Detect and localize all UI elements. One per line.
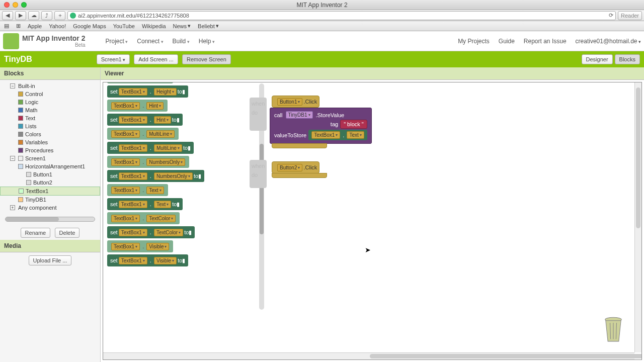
add-screen-button[interactable]: Add Screen ...: [134, 54, 178, 64]
tree-textbox1[interactable]: TextBox1: [0, 187, 100, 196]
set-multiline-block[interactable]: set TextBox1.MultiLine to ▮: [107, 142, 194, 154]
project-bar: TinyDB Screen1 Add Screen ... Remove Scr…: [0, 51, 644, 67]
forward-button[interactable]: ▶: [15, 11, 26, 20]
tree-button1[interactable]: Button1: [0, 170, 100, 178]
get-height-block[interactable]: TextBox1.Height: [107, 82, 173, 83]
bookmark-youtube[interactable]: YouTube: [113, 23, 135, 29]
window-titlebar: MIT App Inventor 2: [0, 0, 644, 10]
grid-icon[interactable]: ⊞: [16, 23, 21, 29]
app-header: MIT App Inventor 2 Beta Project Connect …: [0, 31, 644, 51]
get-textcolor-block[interactable]: TextBox1.TextColor: [107, 212, 180, 224]
bookmark-gmaps[interactable]: Google Maps: [73, 23, 106, 29]
blocks-button[interactable]: Blocks: [615, 54, 640, 64]
when-hint: when do: [250, 98, 267, 131]
app-brand: MIT App Inventor 2: [22, 34, 85, 42]
sidebar-scroll[interactable]: [5, 217, 95, 222]
tree-cat-text[interactable]: Text: [0, 114, 100, 122]
canvas-vscroll[interactable]: [634, 82, 641, 352]
bookmark-yahoo[interactable]: Yahoo!: [49, 23, 66, 29]
remove-screen-button[interactable]: Remove Screen: [182, 54, 231, 64]
project-name: TinyDB: [4, 55, 32, 64]
menu-project[interactable]: Project: [105, 38, 128, 45]
set-visible-block[interactable]: set TextBox1.Visible to ▮: [107, 254, 188, 266]
get-hint-block[interactable]: TextBox1.Hint: [107, 100, 168, 112]
tree-cat-math[interactable]: Math: [0, 106, 100, 114]
screen-dropdown[interactable]: Screen1: [97, 54, 130, 64]
link-guide[interactable]: Guide: [499, 38, 515, 45]
viewer-panel: Viewer TextBox1.Heightset TextBox1.Heigh…: [101, 67, 644, 362]
text-literal-block[interactable]: " block ": [340, 120, 367, 129]
canvas[interactable]: TextBox1.Heightset TextBox1.Height to ▮T…: [103, 82, 642, 360]
beta-label: Beta: [22, 42, 85, 48]
call-tinydb-storevalue[interactable]: call TinyDB1 .StoreValue tag " block " v…: [270, 108, 372, 144]
get-multiline-block[interactable]: TextBox1.MultiLine: [107, 128, 179, 140]
canvas-hscroll[interactable]: [103, 352, 634, 359]
tree-button2[interactable]: Button2: [0, 178, 100, 187]
add-button[interactable]: ＋: [54, 11, 65, 20]
when-hint2: when do: [250, 160, 267, 188]
workspace[interactable]: when do Button1 .Click call TinyDB1 .Sto…: [272, 96, 372, 178]
get-text-block[interactable]: TextBox1.Text: [107, 184, 168, 196]
tree-screen1[interactable]: −Screen1: [0, 154, 100, 162]
top-links: My Projects Guide Report an Issue creati…: [458, 38, 641, 45]
set-height-block[interactable]: set TextBox1.Height to ▮: [107, 85, 188, 98]
tree-cat-variables[interactable]: Variables: [0, 138, 100, 146]
bookmark-beliebt[interactable]: Beliebt ▾: [198, 23, 219, 29]
get-numbersonly-block[interactable]: TextBox1.NumbersOnly: [107, 156, 189, 168]
sidebar-icon[interactable]: ▤: [4, 23, 9, 29]
bookmarks-bar: ▤ ⊞ Apple Yahoo! Google Maps YouTube Wik…: [0, 21, 644, 31]
block-palette: TextBox1.Heightset TextBox1.Height to ▮T…: [107, 82, 258, 268]
delete-button[interactable]: Delete: [55, 228, 80, 238]
link-report[interactable]: Report an Issue: [524, 38, 567, 45]
set-numbersonly-block[interactable]: set TextBox1.NumbersOnly to ▮: [107, 170, 204, 182]
tree-cat-lists[interactable]: Lists: [0, 122, 100, 130]
menu-connect[interactable]: Connect: [137, 38, 163, 45]
event-button1-click[interactable]: Button1 .Click: [272, 96, 319, 108]
menu-help[interactable]: Help: [199, 38, 215, 45]
rename-button[interactable]: Rename: [21, 228, 51, 238]
tree-builtin[interactable]: −Built-in: [0, 82, 100, 90]
event2-body-stub: [272, 173, 327, 178]
tree-cat-logic[interactable]: Logic: [0, 98, 100, 106]
tree-tinydb1[interactable]: TinyDB1: [0, 196, 100, 204]
icloud-button[interactable]: ☁: [28, 11, 39, 20]
mouse-cursor: ➤: [365, 246, 371, 254]
media-panel-title: Media: [0, 240, 100, 252]
app-logo: [3, 33, 19, 49]
browser-toolbar: ◀ ▶ ☁ ⤴ ＋ ai2.appinventor.mit.edu/#61221…: [0, 10, 644, 21]
share-button[interactable]: ⤴: [41, 11, 52, 20]
url-text: ai2.appinventor.mit.edu/#612213426277580…: [78, 13, 189, 19]
viewer-title: Viewer: [101, 67, 644, 80]
event-button2-click[interactable]: Button2 .Click: [272, 161, 319, 173]
reload-icon[interactable]: ⟳: [609, 12, 613, 19]
address-bar[interactable]: ai2.appinventor.mit.edu/#612213426277580…: [67, 11, 616, 20]
set-hint-block[interactable]: set TextBox1.Hint to ▮: [107, 114, 183, 126]
bookmark-wikipedia[interactable]: Wikipedia: [142, 23, 166, 29]
tree-cat-procedures[interactable]: Procedures: [0, 146, 100, 154]
back-button[interactable]: ◀: [2, 11, 13, 20]
menu-build[interactable]: Build: [173, 38, 190, 45]
top-menu: Project Connect Build Help: [105, 38, 215, 45]
blocks-tree: −Built-in ControlLogicMathTextListsColor…: [0, 80, 100, 214]
reader-button[interactable]: Reader: [618, 11, 642, 20]
bookmark-apple[interactable]: Apple: [28, 23, 42, 29]
event1-body-stub: [272, 143, 327, 148]
upload-file-button[interactable]: Upload File ...: [29, 255, 72, 265]
designer-button[interactable]: Designer: [582, 54, 613, 64]
main-area: Blocks −Built-in ControlLogicMathTextLis…: [0, 67, 644, 362]
get-visible-block[interactable]: TextBox1.Visible: [107, 240, 173, 252]
tree-cat-control[interactable]: Control: [0, 90, 100, 98]
tree-cat-colors[interactable]: Colors: [0, 130, 100, 138]
account-menu[interactable]: creative01@hotmail.de: [576, 38, 641, 45]
window-title: MIT App Inventor 2: [0, 2, 644, 9]
tree-harr[interactable]: HorizontalArrangement1: [0, 162, 100, 170]
tree-anycomponent[interactable]: +Any component: [0, 204, 100, 212]
blocks-panel-title: Blocks: [0, 67, 100, 80]
get-textbox-text[interactable]: TextBox1.Text: [308, 130, 367, 140]
bookmark-news[interactable]: News ▾: [173, 23, 191, 29]
link-myprojects[interactable]: My Projects: [458, 38, 490, 45]
trash-icon[interactable]: [602, 315, 624, 342]
site-icon: [70, 13, 76, 19]
set-textcolor-block[interactable]: set TextBox1.TextColor to ▮: [107, 226, 195, 238]
set-text-block[interactable]: set TextBox1.Text to ▮: [107, 198, 183, 210]
